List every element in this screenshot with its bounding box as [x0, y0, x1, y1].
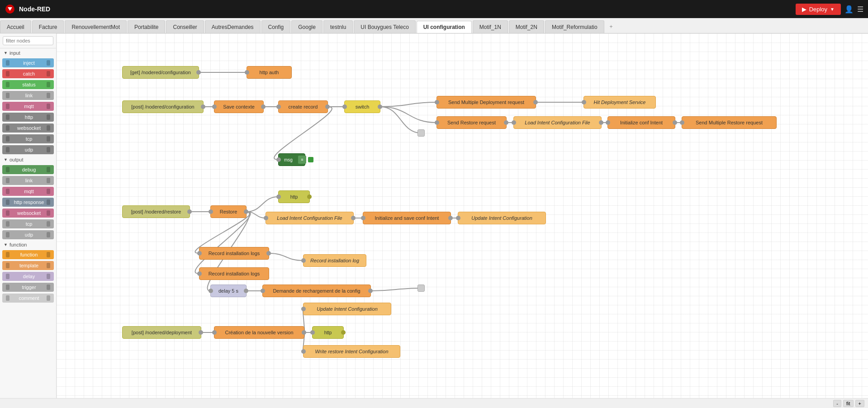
zoom-fit-button[interactable]: fit	[843, 400, 854, 407]
node-n17[interactable]: Restore	[210, 205, 247, 218]
node-n12[interactable]: Send Multiple Restore request	[682, 116, 777, 129]
port-right-n7[interactable]	[533, 100, 538, 104]
port-left-n20[interactable]	[456, 216, 460, 220]
tab-conseiller[interactable]: Conseiller	[166, 20, 204, 33]
port-right-n18[interactable]	[351, 216, 356, 220]
port-left-n13[interactable]	[276, 157, 281, 162]
tab-config[interactable]: Config	[261, 20, 291, 33]
deploy-dropdown-arrow[interactable]: ▼	[830, 7, 835, 12]
tab-motif1n[interactable]: Motif_1N	[473, 20, 508, 33]
sidebar-item-catch[interactable]: catch	[2, 69, 54, 78]
tab-autresdemandes[interactable]: AutresDemandes	[205, 20, 261, 33]
port-left-n8[interactable]	[582, 100, 586, 104]
section-input[interactable]: ▼input	[0, 48, 56, 57]
sidebar-item-mqtt-out[interactable]: mqtt	[2, 187, 54, 196]
sidebar-item-mqtt[interactable]: mqtt	[2, 102, 54, 111]
sidebar-item-delay-node[interactable]: delay	[2, 272, 54, 281]
port-left-n30[interactable]	[310, 330, 315, 335]
tab-google[interactable]: Google	[291, 20, 323, 33]
port-left-n23[interactable]	[197, 271, 202, 276]
port-left-n12[interactable]	[680, 120, 684, 125]
tab-testnlu[interactable]: testnlu	[323, 20, 353, 33]
zoom-in-button[interactable]: +	[855, 400, 864, 407]
sidebar-item-link-out[interactable]: link	[2, 176, 54, 185]
sidebar-item-trigger-node[interactable]: trigger	[2, 283, 54, 292]
zoom-out-button[interactable]: -	[833, 400, 841, 407]
node-n21[interactable]: Record installation logs	[199, 247, 269, 260]
sidebar-item-tcp-out[interactable]: tcp	[2, 219, 54, 228]
node-n3[interactable]: [post] /nodered/configuration	[122, 100, 204, 113]
sidebar-item-function-node[interactable]: function	[2, 250, 54, 259]
sidebar-item-http[interactable]: http	[2, 113, 54, 122]
node-n13[interactable]: msg≡	[278, 153, 305, 166]
node-n30[interactable]: http	[312, 326, 344, 339]
port-right-n1[interactable]	[196, 70, 201, 75]
sidebar-item-tcp[interactable]: tcp	[2, 134, 54, 143]
tab-ui-config[interactable]: UI configuration	[417, 21, 472, 33]
sidebar-item-websocket-out[interactable]: websocket	[2, 209, 54, 218]
tab-motif2n[interactable]: Motif_2N	[509, 20, 544, 33]
sidebar-item-status[interactable]: status	[2, 80, 54, 89]
node-n11[interactable]: Initialize conf Intent	[607, 116, 675, 129]
node-n4[interactable]: Save contexte	[214, 100, 264, 113]
tab-renouvellement[interactable]: RenouvellementMot	[65, 20, 127, 33]
port-left-n29[interactable]	[212, 330, 217, 335]
tab-ui-bouygues[interactable]: UI Bouygues Teleco	[354, 20, 416, 33]
node-n22[interactable]: Record installation log	[303, 254, 366, 267]
node-n7[interactable]: Send Multiple Deployment request	[436, 96, 536, 109]
node-n27[interactable]: Update Intent Configuration	[303, 303, 391, 315]
node-n16[interactable]: [post] /nodered/restore	[122, 205, 190, 218]
port-left-n18[interactable]	[264, 216, 268, 220]
sidebar-item-debug[interactable]: debug	[2, 165, 54, 174]
port-left-n6[interactable]	[342, 104, 347, 109]
node-n20[interactable]: Update Intent Configuration	[458, 212, 546, 224]
port-left-n22[interactable]	[301, 258, 306, 263]
deploy-button[interactable]: ▶ Deploy ▼	[796, 4, 841, 15]
canvas-wrap[interactable]: [get] /nodered/configurationhttp auth[po…	[57, 33, 868, 398]
user-button[interactable]: 👤	[844, 5, 854, 14]
node-n8[interactable]: Hit Deployment Service	[583, 96, 656, 109]
node-n25[interactable]: Demande de rechargement de la config	[262, 285, 371, 297]
sidebar-item-udp[interactable]: udp	[2, 145, 54, 154]
port-left-n11[interactable]	[606, 120, 610, 125]
port-right-n11[interactable]	[673, 120, 677, 125]
port-left-n21[interactable]	[197, 251, 202, 256]
port-right-n17[interactable]	[244, 209, 248, 214]
port-right-n21[interactable]	[266, 251, 271, 256]
node-n29[interactable]: Création de la nouvelle version	[214, 326, 304, 339]
port-right-n3[interactable]	[201, 104, 205, 109]
port-right-n6[interactable]	[378, 104, 382, 109]
port-right-n5[interactable]	[325, 104, 330, 109]
node-n1[interactable]: [get] /nodered/configuration	[122, 66, 199, 79]
port-right-n24[interactable]	[244, 289, 248, 293]
port-left-n10[interactable]	[512, 120, 516, 125]
port-left-n15[interactable]	[276, 195, 281, 199]
tab-accueil[interactable]: Accueil	[0, 20, 31, 33]
menu-button[interactable]: ☰	[857, 5, 863, 14]
sidebar-item-udp-out[interactable]: udp	[2, 230, 54, 239]
tab-portabilite[interactable]: Portabilite	[128, 20, 165, 33]
port-left-n4[interactable]	[212, 104, 217, 109]
node-n2[interactable]: http auth	[247, 66, 292, 79]
port-left-n25[interactable]	[261, 289, 265, 293]
port-right-n25[interactable]	[368, 289, 373, 293]
sidebar-item-link[interactable]: link	[2, 91, 54, 100]
node-n5[interactable]: create record	[278, 100, 328, 113]
port-right-n16[interactable]	[187, 209, 192, 214]
tab-facture[interactable]: Facture	[32, 20, 64, 33]
node-n19[interactable]: Initialize and save conf Intent	[363, 212, 451, 224]
add-tab-button[interactable]: +	[605, 21, 617, 33]
sidebar-item-websocket[interactable]: websocket	[2, 123, 54, 133]
node-n23[interactable]: Record installation logs	[199, 267, 269, 280]
port-left-n24[interactable]	[209, 289, 213, 293]
node-n9[interactable]: Send Restore request	[436, 116, 507, 129]
port-right-n19[interactable]	[448, 216, 453, 220]
port-right-n4[interactable]	[261, 104, 266, 109]
node-n28[interactable]: [post] /nodered/deployment	[122, 326, 201, 339]
port-left-n2[interactable]	[245, 70, 249, 75]
section-function[interactable]: ▼function	[0, 240, 56, 249]
node-n15[interactable]: http	[278, 190, 310, 203]
sidebar-item-http-response[interactable]: http response	[2, 198, 54, 207]
port-right-n29[interactable]	[302, 330, 306, 335]
sidebar-item-template-node[interactable]: template	[2, 261, 54, 270]
